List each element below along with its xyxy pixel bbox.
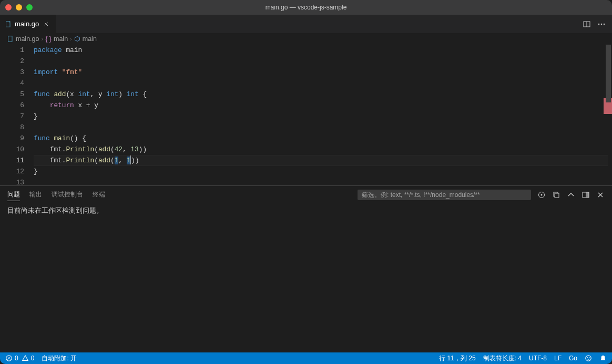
svg-point-3 [598,23,600,25]
collapse-all-icon[interactable] [552,191,560,199]
error-icon [5,355,13,362]
function-icon [74,36,80,42]
status-line-col[interactable]: 行 11，列 25 [439,354,475,363]
line-number: 11 [0,155,24,166]
warning-count: 0 [31,355,35,362]
status-eol[interactable]: LF [554,355,562,362]
error-count: 0 [15,355,18,362]
status-notifications-icon[interactable] [599,355,607,362]
problems-empty-message: 目前尚未在工作区检测到问题。 [0,203,612,219]
svg-rect-10 [555,193,559,197]
chevron-right-icon: › [70,36,72,42]
svg-point-4 [601,23,603,25]
breadcrumb-file: main.go [16,35,39,43]
titlebar: main.go — vscode-js-sample [0,0,612,15]
line-number: 13 [0,177,24,188]
tab-bar: main.go [0,15,612,33]
line-number: 2 [0,56,24,67]
line-number: 4 [0,78,24,89]
line-number-gutter: 1 2 3 4 5 6 7 8 9 10 11 12 13 [0,45,34,185]
warning-icon [22,355,29,362]
line-number: 7 [0,111,24,122]
panel-tab-problems[interactable]: 问题 [7,189,20,201]
status-encoding[interactable]: UTF-8 [529,355,547,362]
line-number: 3 [0,67,24,78]
bottom-panel: 问题 输出 调试控制台 终端 目前尚未在工作区检测到问题。 [0,185,612,352]
problems-filter-input[interactable] [358,190,531,200]
svg-point-16 [589,357,589,358]
svg-rect-6 [8,36,13,41]
status-warnings[interactable]: 0 [22,355,35,362]
status-errors[interactable]: 0 [5,355,18,362]
chevron-up-icon[interactable] [567,191,575,199]
line-number: 10 [0,144,24,155]
more-actions-icon[interactable] [597,20,606,28]
line-number: 6 [0,100,24,111]
code-content[interactable]: package main import "fmt" func add(x int… [34,45,612,185]
split-editor-icon[interactable] [583,20,591,28]
line-number: 12 [0,166,24,177]
status-bar: 0 0 自动附加: 开 行 11，列 25 制表符长度: 4 UTF-8 LF … [0,352,612,364]
status-auto-attach[interactable]: 自动附加: 开 [42,354,77,363]
status-feedback-icon[interactable] [585,355,592,362]
panel-tab-output[interactable]: 输出 [29,189,42,201]
breadcrumb-function: main [83,35,97,43]
svg-rect-12 [586,192,589,197]
svg-point-15 [587,357,588,358]
svg-point-5 [604,23,605,25]
line-number: 9 [0,133,24,144]
maximize-panel-icon[interactable] [582,191,590,199]
text-cursor [130,155,131,164]
svg-point-8 [541,194,543,195]
tab-filename: main.go [15,20,39,28]
close-panel-icon[interactable] [596,191,605,199]
line-number: 8 [0,122,24,133]
breadcrumb[interactable]: main.go › { } main › main [0,33,612,45]
namespace-icon: { } [45,35,52,43]
status-tab-size[interactable]: 制表符长度: 4 [483,354,522,363]
line-number: 1 [0,45,24,56]
status-language[interactable]: Go [569,355,577,362]
scrollbar-thumb[interactable] [606,45,611,102]
window-title: main.go — vscode-js-sample [0,4,612,11]
svg-point-14 [586,356,591,361]
close-tab-icon[interactable] [42,20,50,28]
panel-tab-terminal[interactable]: 终端 [93,189,105,201]
chevron-right-icon: › [41,36,43,42]
go-file-icon [5,21,12,27]
line-number: 5 [0,89,24,100]
code-editor[interactable]: 1 2 3 4 5 6 7 8 9 10 11 12 13 package ma… [0,45,612,185]
filter-settings-icon[interactable] [537,191,546,199]
panel-tab-debug-console[interactable]: 调试控制台 [52,189,83,201]
editor-tab-main-go[interactable]: main.go [0,15,56,33]
breadcrumb-namespace: main [54,35,68,43]
go-file-icon [7,36,14,42]
